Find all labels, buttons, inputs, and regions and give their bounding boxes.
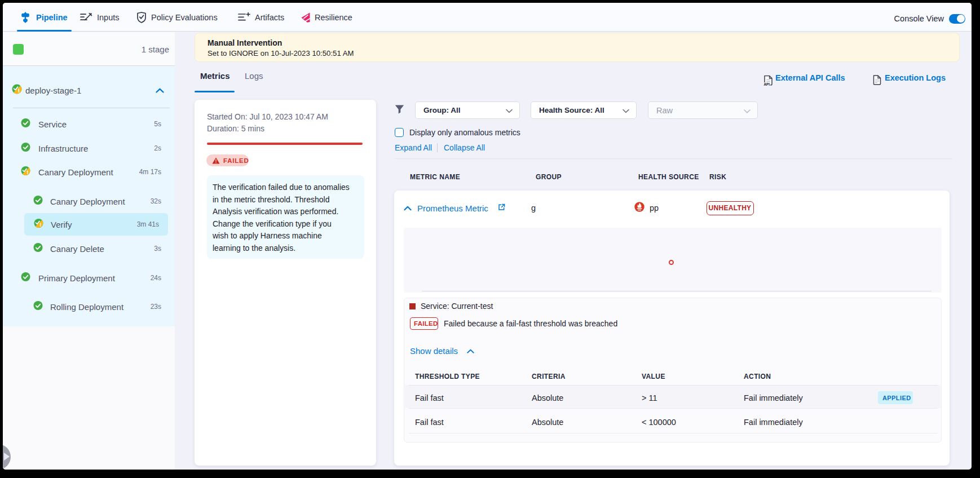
svg-text:API: API	[763, 82, 770, 86]
